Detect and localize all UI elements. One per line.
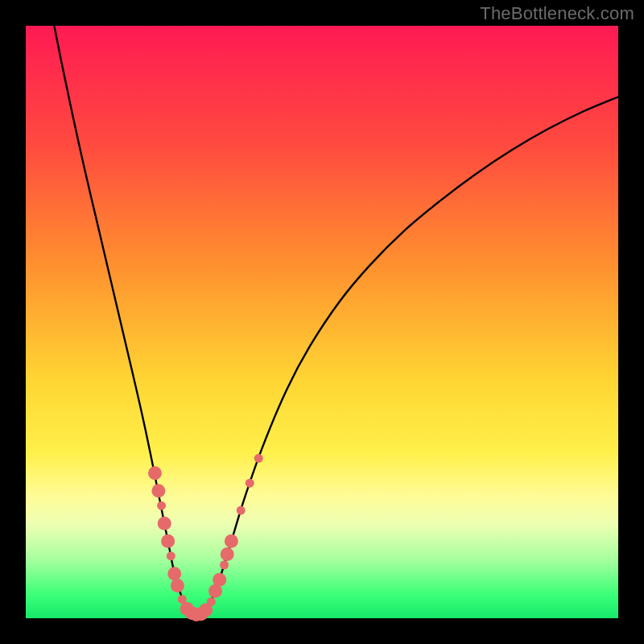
scatter-point xyxy=(167,551,175,560)
scatter-point xyxy=(221,547,234,561)
scatter-point xyxy=(225,535,238,548)
scatter-point xyxy=(158,517,171,530)
plot-background xyxy=(26,26,618,618)
scatter-point xyxy=(167,567,181,580)
scatter-point xyxy=(157,502,166,510)
scatter-point xyxy=(246,479,254,488)
scatter-point xyxy=(148,466,162,480)
scatter-point xyxy=(254,454,263,463)
scatter-point xyxy=(171,579,184,592)
bottleneck-chart xyxy=(0,0,644,644)
chart-frame: TheBottleneck.com xyxy=(0,0,644,644)
scatter-point xyxy=(237,506,246,515)
scatter-point xyxy=(220,560,229,569)
scatter-point xyxy=(213,573,226,587)
scatter-point xyxy=(207,597,216,606)
watermark-text: TheBottleneck.com xyxy=(480,3,634,24)
scatter-point xyxy=(161,535,175,548)
scatter-point xyxy=(151,484,165,497)
